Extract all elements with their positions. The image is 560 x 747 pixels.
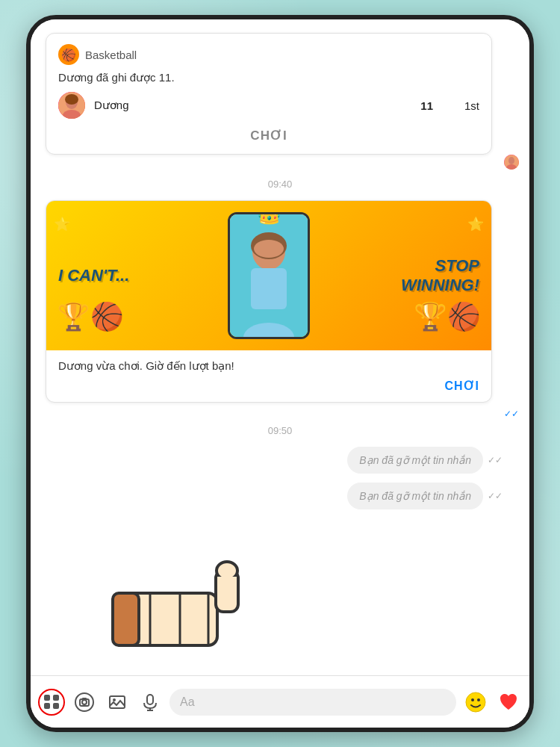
svg-point-26 xyxy=(113,698,116,701)
input-bar: Aa xyxy=(31,675,529,728)
deleted-message-wrapper-1: Bạn đã gỡ một tin nhắn ✓✓ xyxy=(31,447,529,474)
chat-area: 🏀 Basketball Dương đã ghi được 11. Dương… xyxy=(31,19,529,675)
player-score: 11 xyxy=(420,99,433,112)
svg-point-31 xyxy=(471,698,474,701)
stars-right-icon: ⭐ xyxy=(467,216,484,232)
player-rank: 1st xyxy=(464,99,479,112)
svg-point-23 xyxy=(82,700,87,704)
deleted-message-1: Bạn đã gỡ một tin nhắn xyxy=(347,447,483,474)
heart-button[interactable] xyxy=(495,689,522,716)
camera-button[interactable] xyxy=(71,689,98,716)
svg-point-21 xyxy=(75,693,93,711)
stars-left-icon: ⭐ xyxy=(54,216,70,232)
winner-photo xyxy=(230,214,308,337)
grid-dots-icon xyxy=(44,695,59,710)
input-placeholder: Aa xyxy=(180,695,195,709)
svg-rect-24 xyxy=(82,698,87,700)
svg-point-30 xyxy=(466,692,485,712)
play-button-center[interactable]: CHƠI xyxy=(58,128,479,143)
top-game-card: 🏀 Basketball Dương đã ghi được 11. Dương… xyxy=(46,33,492,155)
basketball-icon: 🏀 xyxy=(58,44,79,65)
center-phone-display: 👑 xyxy=(228,212,310,339)
svg-point-5 xyxy=(508,157,514,164)
invite-text: Dương vừa chơi. Giờ đến lượt bạn! xyxy=(58,359,479,373)
timestamp-1: 09:40 xyxy=(31,179,529,190)
double-check-icon-2: ✓✓ xyxy=(488,455,503,465)
score-text: Dương đã ghi được 11. xyxy=(58,71,479,84)
timestamp-2: 09:50 xyxy=(31,425,529,436)
banner-text-right: STOPWINNING! xyxy=(401,256,479,296)
mic-button[interactable] xyxy=(137,689,164,716)
grid-icon-button[interactable] xyxy=(38,689,65,716)
sport-label: Basketball xyxy=(85,49,137,61)
deleted-message-2: Bạn đã gỡ một tin nhắn xyxy=(347,483,483,509)
svg-rect-27 xyxy=(147,695,153,704)
play-button-right[interactable]: CHƠI xyxy=(58,379,479,393)
message-input[interactable]: Aa xyxy=(169,689,456,716)
basketball-trophy-right: 🏆🏀 xyxy=(414,301,481,332)
score-row: Dương 11 1st xyxy=(58,92,479,119)
svg-point-32 xyxy=(477,698,480,701)
player-avatar xyxy=(58,92,85,119)
image-button[interactable] xyxy=(104,689,131,716)
receipt-avatar-1 xyxy=(504,155,519,170)
player-name: Dương xyxy=(94,99,411,112)
basketball-trophy-left: 🏆🏀 xyxy=(57,301,124,332)
emoji-button[interactable] xyxy=(462,689,489,716)
double-check-icon-1: ✓✓ xyxy=(504,409,519,419)
bottom-game-card: I CAN'T... ⭐ 🏆🏀 👑 xyxy=(46,200,492,403)
game-card-body: Dương vừa chơi. Giờ đến lượt bạn! CHƠI xyxy=(46,350,491,402)
game-banner: I CAN'T... ⭐ 🏆🏀 👑 xyxy=(46,201,491,350)
svg-rect-11 xyxy=(251,268,287,309)
svg-point-3 xyxy=(65,94,78,105)
banner-text-left: I CAN'T... xyxy=(58,266,129,285)
double-check-icon-3: ✓✓ xyxy=(488,491,503,501)
phone-frame: 🏀 Basketball Dương đã ghi được 11. Dương… xyxy=(26,15,534,732)
crown-icon: 👑 xyxy=(256,212,282,226)
svg-point-10 xyxy=(254,240,284,258)
deleted-message-wrapper-2: Bạn đã gỡ một tin nhắn ✓✓ xyxy=(31,483,529,509)
